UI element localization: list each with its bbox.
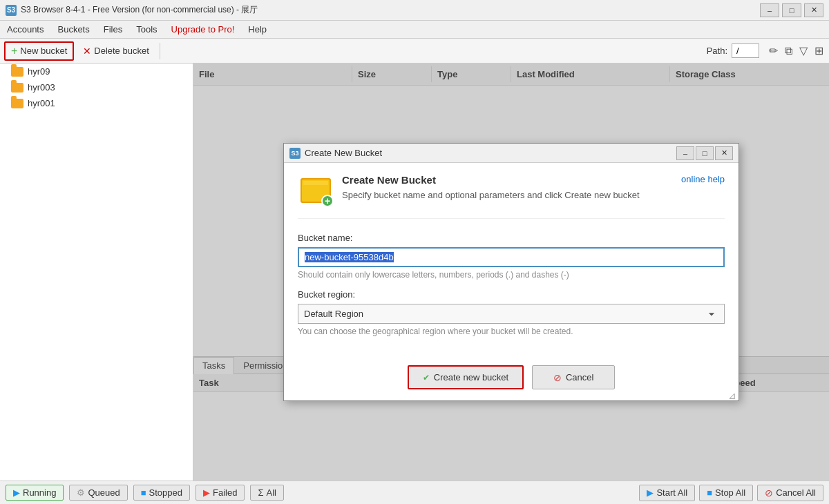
bucket-region-hint: You can choose the geographical region w… [298, 327, 725, 336]
main-area: hyr09 hyr003 hyr001 File Size Type Last … [0, 64, 829, 481]
svg-rect-2 [303, 181, 328, 185]
sidebar-item-hyr003[interactable]: hyr003 [0, 79, 193, 95]
dialog-overlay: S3 Create New Bucket – □ ✕ [193, 64, 829, 481]
dialog-header-section: + Create New Bucket Specify bucket name … [298, 174, 725, 219]
bucket-name-input[interactable] [298, 247, 725, 267]
sidebar-item-label-hyr001: hyr001 [28, 98, 55, 108]
copy-icon[interactable]: ⧉ [783, 43, 794, 59]
dialog-header-desc: Specify bucket name and optional paramet… [342, 190, 640, 200]
folder-icon-hyr09 [11, 67, 23, 77]
status-running-button[interactable]: Running [6, 485, 64, 501]
maximize-button[interactable]: □ [782, 3, 801, 17]
app-title: S3 Browser 8-4-1 - Free Version (for non… [21, 4, 258, 16]
bucket-name-hint: Should contain only lowercase letters, n… [298, 270, 725, 280]
delete-bucket-button[interactable]: ✕ Delete bucket [77, 41, 155, 61]
status-stopped-button[interactable]: Stopped [133, 485, 190, 501]
stopped-label: Stopped [149, 487, 182, 498]
bucket-plus-icon: + [321, 195, 334, 207]
stop-all-button[interactable]: Stop All [699, 485, 753, 501]
menu-help[interactable]: Help [241, 22, 274, 37]
sidebar-item-hyr001[interactable]: hyr001 [0, 95, 193, 111]
dialog-header-title: Create New Bucket [342, 174, 640, 186]
create-bucket-dialog: S3 Create New Bucket – □ ✕ [283, 143, 739, 401]
menu-accounts[interactable]: Accounts [0, 22, 50, 37]
create-check-icon [423, 372, 430, 382]
toolbar-right-icons: ✏ ⧉ ▽ ⊞ [768, 43, 825, 59]
filter-icon[interactable]: ▽ [798, 43, 809, 59]
failed-icon [203, 487, 210, 498]
cancel-all-button[interactable]: Cancel All [757, 485, 823, 501]
cancel-label: Cancel [566, 372, 593, 382]
cancel-button[interactable]: Cancel [532, 365, 615, 389]
content-area: File Size Type Last Modified Storage Cla… [193, 64, 829, 481]
all-icon [258, 487, 263, 498]
menu-tools[interactable]: Tools [129, 22, 164, 37]
menu-upgrade[interactable]: Upgrade to Pro! [164, 22, 242, 37]
pencil-icon[interactable]: ✏ [768, 43, 779, 59]
status-all-button[interactable]: All [250, 485, 284, 501]
dialog-maximize-button[interactable]: □ [696, 146, 714, 160]
folder-icon-hyr001 [11, 99, 23, 108]
title-bar-controls: – □ ✕ [760, 3, 823, 17]
bucket-region-select[interactable]: Default Region us-east-1 us-west-1 us-we… [298, 304, 725, 324]
bucket-icon: + [298, 174, 334, 207]
new-bucket-label: New bucket [20, 46, 67, 56]
stopped-icon [141, 487, 146, 498]
dialog-controls: – □ ✕ [676, 146, 733, 160]
status-right: Start All Stop All Cancel All [639, 485, 823, 501]
dialog-footer: Create new bucket Cancel [284, 357, 739, 400]
bucket-name-label: Bucket name: [298, 233, 725, 243]
menu-files[interactable]: Files [97, 22, 129, 37]
sidebar-item-hyr09[interactable]: hyr09 [0, 64, 193, 79]
columns-icon[interactable]: ⊞ [813, 43, 825, 59]
delete-icon: ✕ [83, 46, 91, 57]
bucket-name-group: Bucket name: Should contain only lowerca… [298, 233, 725, 280]
create-bucket-label: Create new bucket [434, 372, 508, 382]
minimize-button[interactable]: – [760, 3, 779, 17]
failed-label: Failed [213, 487, 237, 498]
dialog-body: + Create New Bucket Specify bucket name … [284, 163, 739, 357]
dialog-icon: S3 [289, 148, 301, 159]
delete-bucket-label: Delete bucket [94, 46, 149, 56]
new-bucket-button[interactable]: + New bucket [4, 41, 74, 61]
queued-icon [77, 487, 85, 498]
start-all-button[interactable]: Start All [639, 485, 695, 501]
bucket-region-label: Bucket region: [298, 289, 725, 300]
cancel-all-icon [765, 487, 773, 498]
menu-buckets[interactable]: Buckets [50, 22, 96, 37]
new-bucket-icon: + [11, 45, 17, 57]
status-queued-button[interactable]: Queued [69, 485, 127, 501]
sidebar-item-label-hyr003: hyr003 [28, 82, 55, 93]
path-value: / [732, 43, 759, 58]
create-bucket-button[interactable]: Create new bucket [408, 365, 524, 389]
queued-label: Queued [88, 487, 120, 498]
dialog-titlebar: S3 Create New Bucket – □ ✕ [284, 144, 739, 163]
stop-all-label: Stop All [715, 487, 745, 498]
bucket-region-group: Bucket region: Default Region us-east-1 … [298, 289, 725, 336]
dialog-titlebar-left: S3 Create New Bucket [289, 148, 382, 159]
status-failed-button[interactable]: Failed [196, 485, 245, 501]
online-help-link[interactable]: online help [681, 174, 725, 184]
path-bar: Path: / [707, 43, 759, 58]
stop-all-icon [707, 487, 712, 498]
running-label: Running [23, 487, 56, 498]
menu-bar: Accounts Buckets Files Tools Upgrade to … [0, 21, 829, 39]
dialog-header-text: Create New Bucket Specify bucket name an… [342, 174, 640, 200]
dialog-close-button[interactable]: ✕ [715, 146, 733, 160]
sidebar: hyr09 hyr003 hyr001 [0, 64, 193, 481]
resize-handle[interactable]: ⊿ [728, 390, 736, 398]
dialog-title: Create New Bucket [305, 148, 382, 158]
dialog-minimize-button[interactable]: – [676, 146, 694, 160]
sidebar-item-label-hyr09: hyr09 [28, 66, 50, 77]
running-icon [13, 487, 20, 498]
folder-icon-hyr003 [11, 83, 23, 93]
all-label: All [266, 487, 276, 498]
app-icon: S3 [6, 5, 17, 16]
toolbar-separator [160, 43, 160, 59]
title-bar-left: S3 S3 Browser 8-4-1 - Free Version (for … [6, 4, 258, 16]
close-button[interactable]: ✕ [804, 3, 823, 17]
toolbar: + New bucket ✕ Delete bucket Path: / ✏ ⧉… [0, 39, 829, 64]
status-bar: Running Queued Stopped Failed All Start … [0, 481, 829, 504]
cancel-all-label: Cancel All [776, 487, 816, 498]
start-all-label: Start All [656, 487, 687, 498]
